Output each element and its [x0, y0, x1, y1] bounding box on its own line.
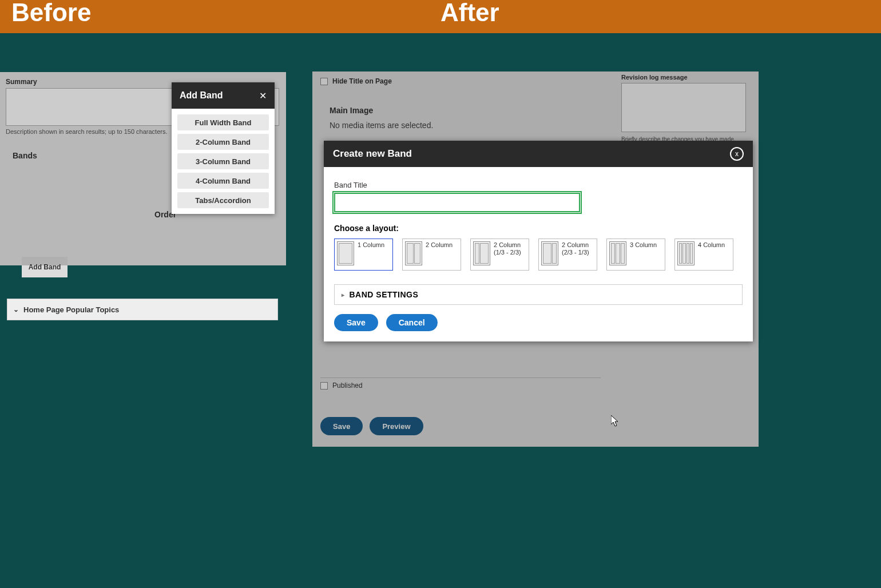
hide-title-label: Hide Title on Page: [332, 77, 392, 85]
menu-item-3-column[interactable]: 3-Column Band: [177, 153, 269, 169]
layout-2-column-13-23[interactable]: 2 Column (1/3 - 2/3): [470, 239, 529, 271]
layout-3-column[interactable]: 3 Column: [606, 239, 665, 271]
band-title-input[interactable]: [334, 193, 580, 212]
no-media-text: No media items are selected.: [330, 121, 601, 130]
layout-1-column[interactable]: 1 Column: [334, 239, 393, 271]
after-heading: After: [440, 0, 881, 33]
save-button[interactable]: Save: [320, 417, 363, 435]
layout-label: 2 Column (2/3 - 1/3): [562, 241, 594, 268]
layout-label: 1 Column: [358, 241, 384, 268]
accordion-label: Home Page Popular Topics: [23, 305, 119, 314]
preview-button[interactable]: Preview: [370, 417, 423, 435]
close-icon[interactable]: ✕: [259, 90, 267, 101]
triangle-right-icon: ▸: [342, 292, 345, 298]
create-band-modal: Create new Band x Band Title Choose a la…: [324, 141, 753, 341]
close-icon[interactable]: x: [730, 147, 744, 161]
main-image-label: Main Image: [330, 106, 601, 115]
revision-textarea[interactable]: [621, 83, 746, 132]
menu-item-2-column[interactable]: 2-Column Band: [177, 134, 269, 150]
layout-2-column-23-13[interactable]: 2 Column (2/3 - 1/3): [538, 239, 597, 271]
before-heading: Before: [0, 0, 440, 33]
modal-save-button[interactable]: Save: [334, 314, 378, 331]
cursor-icon: [611, 415, 620, 427]
choose-layout-label: Choose a layout:: [334, 224, 743, 233]
menu-item-tabs-accordion[interactable]: Tabs/Accordion: [177, 192, 269, 208]
add-band-menu-title: Add Band: [180, 90, 223, 101]
published-checkbox[interactable]: [320, 382, 328, 390]
layout-label: 2 Column: [426, 241, 453, 268]
comparison-header: Before After: [0, 0, 881, 33]
published-label: Published: [332, 382, 363, 390]
layout-2-column[interactable]: 2 Column: [402, 239, 461, 271]
layout-label: 3 Column: [630, 241, 657, 268]
chevron-down-icon: ⌄: [13, 305, 19, 313]
accordion-row[interactable]: ⌄ Home Page Popular Topics: [7, 299, 278, 320]
layout-label: 4 Column: [698, 241, 725, 268]
hide-title-checkbox[interactable]: [320, 78, 328, 85]
layout-label: 2 Column (1/3 - 2/3): [494, 241, 526, 268]
add-band-menu: Add Band ✕ Full Width Band 2-Column Band…: [172, 82, 275, 214]
menu-item-full-width[interactable]: Full Width Band: [177, 114, 269, 130]
band-title-label: Band Title: [334, 181, 743, 189]
modal-cancel-button[interactable]: Cancel: [386, 314, 438, 331]
divider: [320, 378, 601, 378]
band-settings-accordion[interactable]: ▸ BAND SETTINGS: [334, 284, 743, 305]
revision-label: Revision log message: [621, 74, 753, 81]
layout-4-column[interactable]: 4 Column: [674, 239, 733, 271]
band-settings-label: BAND SETTINGS: [350, 290, 419, 299]
modal-title: Create new Band: [333, 148, 412, 160]
add-band-button[interactable]: Add Band: [22, 257, 68, 277]
menu-item-4-column[interactable]: 4-Column Band: [177, 173, 269, 189]
